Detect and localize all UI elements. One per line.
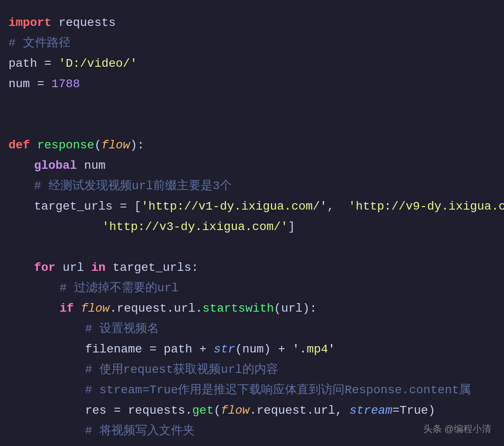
code-line-with: with open(filename, 'ab') as f: [9, 441, 495, 446]
string-url2: 'http://v9-dy.ixigua.c [348, 196, 504, 217]
comment-request: # 使用request获取视频url的内容 [85, 360, 278, 380]
code-line-blank1 [9, 94, 495, 115]
method-startswith: startswith [202, 298, 274, 319]
keyword-with: with [85, 441, 114, 446]
code-line-2: # 文件路径 [9, 33, 495, 54]
func-open: open [121, 441, 149, 446]
string-url3: 'http://v3-dy.ixigua.com/' [102, 217, 288, 237]
code-line-1: import requests [9, 13, 495, 33]
code-text: path [9, 54, 44, 74]
keyword-in: in [91, 258, 105, 278]
string-ab: 'ab' [228, 441, 256, 446]
param-stream: stream [350, 401, 393, 421]
keyword-global: global [34, 156, 77, 176]
code-text: requests [51, 13, 116, 33]
var-flow2: flow [221, 401, 249, 421]
param-flow: flow [101, 135, 130, 156]
comment-url-prefix: # 经测试发现视频url前缀主要是3个 [34, 176, 232, 196]
code-line-blank3 [9, 237, 495, 258]
code-line-target-urls2: 'http://v3-dy.ixigua.com/'] [9, 217, 495, 237]
comment-filter: # 过滤掉不需要的url [60, 278, 179, 298]
code-line-comment-write: # 将视频写入文件夹 [9, 421, 495, 441]
keyword-def: def [9, 135, 30, 156]
comment-filepath: # 文件路径 [9, 33, 71, 54]
string-mp4: '.mp4' [292, 339, 335, 360]
method-get: get [192, 401, 214, 421]
code-line-4: num = 1788 [9, 74, 495, 94]
code-line-comment-url: # 经测试发现视频url前缀主要是3个 [9, 176, 495, 196]
string-url1: 'http://v1-dy.ixigua.com/' [141, 196, 327, 217]
comment-stream: # stream=True作用是推迟下载响应体直到访问Response.cont… [85, 380, 471, 401]
code-line-if: if flow.request.url.startswith(url): [9, 298, 495, 319]
code-line-def: def response(flow): [9, 135, 495, 156]
string-path: 'D:/video/' [59, 54, 137, 74]
code-text: num [9, 74, 37, 94]
code-line-target-urls1: target_urls = ['http://v1-dy.ixigua.com/… [9, 196, 495, 217]
func-response: response [37, 135, 94, 156]
code-container: import requests # 文件路径 path = 'D:/video/… [0, 0, 504, 446]
code-line-comment-setname: # 设置视频名 [9, 319, 495, 339]
code-line-blank2 [9, 115, 495, 135]
code-line-res: res = requests.get(flow.request.url, str… [9, 401, 495, 421]
code-line-filename: filename = path + str(num) + '.mp4' [9, 339, 495, 360]
keyword-for: for [34, 258, 55, 278]
func-str: str [214, 339, 235, 360]
code-line-for: for url in target_urls: [9, 258, 495, 278]
comment-setname: # 设置视频名 [85, 319, 159, 339]
var-flow: flow [81, 298, 109, 319]
code-line-comment-filter: # 过滤掉不需要的url [9, 278, 495, 298]
watermark: 头条 @编程小清 [423, 423, 491, 435]
keyword-import: import [9, 13, 51, 33]
number-1788: 1788 [51, 74, 80, 94]
code-line-3: path = 'D:/video/' [9, 54, 495, 74]
code-line-comment-stream: # stream=True作用是推迟下载响应体直到访问Response.cont… [9, 380, 495, 401]
keyword-as: as [271, 441, 285, 446]
comment-write: # 将视频写入文件夹 [85, 421, 195, 441]
code-line-comment-request: # 使用request获取视频url的内容 [9, 360, 495, 380]
keyword-if: if [60, 298, 74, 319]
code-line-global: global num [9, 156, 495, 176]
